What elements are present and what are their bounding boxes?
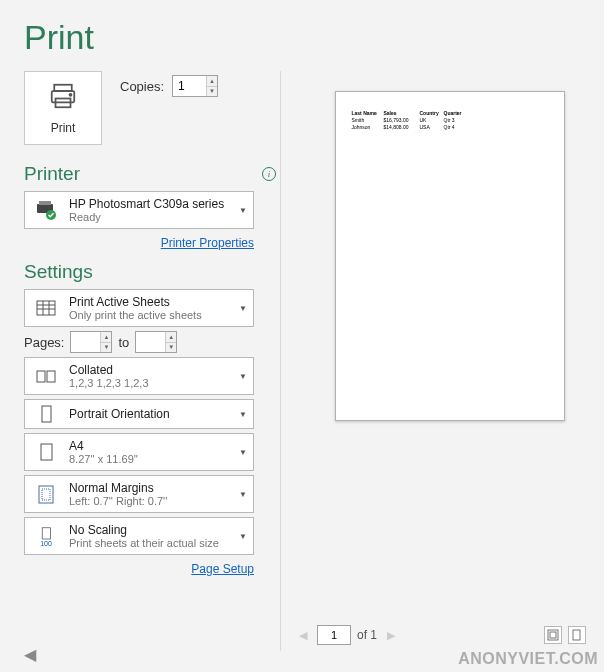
margins-primary: Normal Margins (69, 481, 231, 495)
scaling-primary: No Scaling (69, 523, 231, 537)
back-arrow-icon: ◀ (24, 645, 36, 664)
collated-icon (25, 364, 67, 388)
scaling-secondary: Print sheets at their actual size (69, 537, 231, 549)
printer-name: HP Photosmart C309a series (69, 197, 231, 211)
preview-panel: Last NameSalesCountryQuarter Smith$16,79… (295, 71, 604, 651)
portrait-icon (25, 402, 67, 426)
svg-rect-14 (42, 406, 51, 422)
spin-down[interactable]: ▼ (100, 343, 111, 353)
chevron-down-icon: ▼ (233, 206, 253, 215)
orientation-primary: Portrait Orientation (69, 407, 231, 421)
scaling-icon: 100 (25, 526, 67, 547)
zoom-to-page-button[interactable] (568, 626, 586, 644)
sheets-icon (25, 296, 67, 320)
current-page-input[interactable] (317, 625, 351, 645)
svg-rect-19 (548, 630, 558, 640)
copies-up[interactable]: ▲ (206, 76, 217, 87)
spin-down[interactable]: ▼ (165, 343, 176, 353)
preview-page: Last NameSalesCountryQuarter Smith$16,79… (335, 91, 565, 421)
paper-secondary: 8.27'' x 11.69'' (69, 453, 231, 465)
pages-to-spinner[interactable]: ▲▼ (135, 331, 177, 353)
print-what-primary: Print Active Sheets (69, 295, 231, 309)
spin-up[interactable]: ▲ (165, 332, 176, 343)
svg-rect-0 (54, 85, 72, 91)
of-label: of 1 (357, 628, 377, 642)
pages-from-spinner[interactable]: ▲▼ (70, 331, 112, 353)
svg-rect-7 (37, 301, 55, 315)
paper-primary: A4 (69, 439, 231, 453)
collation-selector[interactable]: Collated 1,2,3 1,2,3 1,2,3 ▼ (24, 357, 254, 395)
svg-point-3 (70, 94, 72, 96)
paper-size-selector[interactable]: A4 8.27'' x 11.69'' ▼ (24, 433, 254, 471)
chevron-down-icon: ▼ (233, 304, 253, 313)
svg-rect-20 (550, 632, 556, 638)
printer-properties-link[interactable]: Printer Properties (161, 236, 254, 250)
svg-rect-5 (39, 201, 51, 205)
spin-up[interactable]: ▲ (100, 332, 111, 343)
svg-rect-21 (573, 630, 580, 640)
chevron-down-icon: ▼ (233, 448, 253, 457)
orientation-selector[interactable]: Portrait Orientation ▼ (24, 399, 254, 429)
svg-rect-18 (42, 527, 50, 538)
left-panel: Print Copies: ▲ ▼ Printer i (0, 71, 280, 651)
pages-label: Pages: (24, 335, 64, 350)
svg-rect-15 (41, 444, 52, 460)
paper-icon (25, 440, 67, 464)
settings-section-title: Settings (24, 261, 93, 283)
print-what-selector[interactable]: Print Active Sheets Only print the activ… (24, 289, 254, 327)
pages-to-label: to (118, 335, 129, 350)
preview-nav: ◀ of 1 ▶ (295, 625, 586, 645)
print-button-label: Print (51, 121, 76, 135)
scaling-selector[interactable]: 100 No Scaling Print sheets at their act… (24, 517, 254, 555)
preview-content: Last NameSalesCountryQuarter Smith$16,79… (352, 110, 548, 131)
vertical-divider (280, 71, 281, 651)
next-page-arrow[interactable]: ▶ (383, 627, 399, 644)
margins-icon (25, 482, 67, 506)
prev-page-arrow[interactable]: ◀ (295, 627, 311, 644)
chevron-down-icon: ▼ (233, 372, 253, 381)
watermark: ANONYVIET.COM (458, 650, 598, 668)
printer-status: Ready (69, 211, 231, 223)
margins-secondary: Left: 0.7'' Right: 0.7'' (69, 495, 231, 507)
page-title: Print (0, 0, 604, 71)
chevron-down-icon: ▼ (233, 410, 253, 419)
collation-secondary: 1,2,3 1,2,3 1,2,3 (69, 377, 231, 389)
show-margins-button[interactable] (544, 626, 562, 644)
printer-selector[interactable]: HP Photosmart C309a series Ready ▼ (24, 191, 254, 229)
collation-primary: Collated (69, 363, 231, 377)
svg-rect-17 (42, 489, 50, 500)
margins-selector[interactable]: Normal Margins Left: 0.7'' Right: 0.7'' … (24, 475, 254, 513)
svg-rect-13 (47, 371, 55, 382)
chevron-down-icon: ▼ (233, 490, 253, 499)
chevron-down-icon: ▼ (233, 532, 253, 541)
copies-down[interactable]: ▼ (206, 87, 217, 97)
copies-spinner[interactable]: ▲ ▼ (172, 75, 218, 97)
printer-icon (48, 81, 78, 115)
printer-info-icon[interactable]: i (262, 167, 276, 181)
copies-label: Copies: (120, 79, 164, 94)
print-what-secondary: Only print the active sheets (69, 309, 231, 321)
svg-rect-12 (37, 371, 45, 382)
print-button[interactable]: Print (24, 71, 102, 145)
printer-section-title: Printer (24, 163, 80, 185)
page-setup-link[interactable]: Page Setup (191, 562, 254, 576)
printer-ready-icon (25, 198, 67, 222)
